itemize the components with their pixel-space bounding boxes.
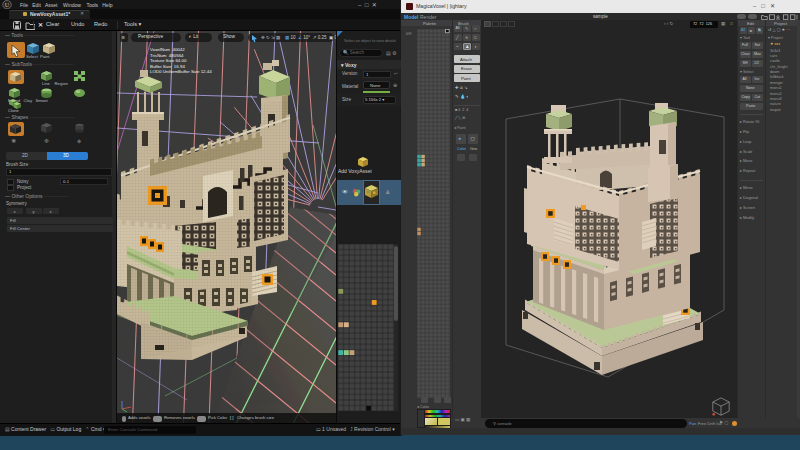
svg-text:U: U bbox=[5, 2, 10, 8]
